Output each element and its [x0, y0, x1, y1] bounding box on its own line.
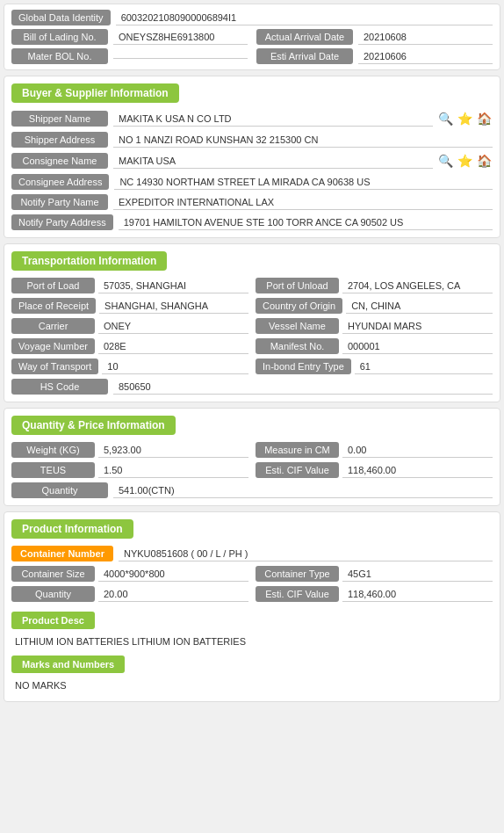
- notify-party-name-value: EXPEDITOR INTERNATIONAL LAX: [113, 195, 493, 210]
- measure-in-cm-value: 0.00: [342, 443, 493, 458]
- home-icon[interactable]: 🏠: [475, 110, 493, 127]
- port-row: Port of Load 57035, SHANGHAI Port of Unl…: [11, 278, 493, 293]
- shipper-name-value: MAKITA K USA N CO LTD: [113, 112, 433, 127]
- consignee-address-value: NC 14930 NORTHAM STREET LA MIRADA CA 906…: [114, 175, 493, 190]
- bill-of-lading-pair: Bill of Lading No. ONEYSZ8HE6913800: [11, 29, 248, 45]
- product-desc-text: LITHIUM ION BATTERIES LITHIUM ION BATTER…: [11, 633, 493, 650]
- consignee-address-row: Consignee Address NC 14930 NORTHAM STREE…: [11, 174, 493, 190]
- carrier-vessel-row: Carrier ONEY Vessel Name HYUNDAI MARS: [11, 318, 493, 334]
- container-size-type-row: Container Size 4000*900*800 Container Ty…: [11, 566, 493, 582]
- port-of-unload-label: Port of Unload: [256, 278, 339, 293]
- bill-of-lading-label: Bill of Lading No.: [11, 29, 108, 45]
- manifest-no-col: Manifest No. 000001: [256, 338, 493, 354]
- weight-measure-row: Weight (KG) 5,923.00 Measure in CM 0.00: [11, 442, 493, 458]
- shipper-name-icons: 🔍 ⭐ 🏠: [436, 110, 493, 127]
- container-type-label: Container Type: [256, 566, 339, 582]
- mater-bol-row: Mater BOL No. Esti Arrival Date 20210606: [11, 48, 493, 64]
- way-of-transport-value: 10: [102, 359, 248, 374]
- quantity-price-title: Quantity & Price Information: [11, 416, 176, 435]
- notify-party-address-row: Notify Party Address 19701 HAMILTON AVEN…: [11, 214, 493, 230]
- way-of-transport-col: Way of Transport 10: [11, 359, 248, 374]
- vessel-name-value: HYUNDAI MARS: [342, 319, 493, 334]
- esti-arrival-date-value: 20210606: [358, 49, 493, 64]
- port-load-col: Port of Load 57035, SHANGHAI: [11, 278, 248, 293]
- container-size-label: Container Size: [11, 566, 95, 582]
- port-unload-col: Port of Unload 2704, LOS ANGELES, CA: [256, 278, 493, 293]
- product-esti-cif-col: Esti. CIF Value 118,460.00: [256, 586, 493, 602]
- country-of-origin-value: CN, CHINA: [346, 299, 493, 314]
- container-number-button[interactable]: Container Number: [11, 546, 113, 561]
- consignee-search-icon[interactable]: 🔍: [436, 152, 454, 170]
- shipper-address-label: Shipper Address: [11, 132, 108, 148]
- teus-label: TEUS: [11, 462, 95, 478]
- consignee-name-row: Consignee Name MAKITA USA 🔍 ⭐ 🏠: [11, 152, 493, 170]
- product-quantity-col: Quantity 20.00: [11, 586, 248, 602]
- search-icon[interactable]: 🔍: [436, 110, 454, 127]
- actual-arrival-date-value: 20210608: [358, 30, 493, 45]
- notify-party-name-label: Notify Party Name: [11, 194, 108, 210]
- carrier-label: Carrier: [11, 318, 95, 334]
- vessel-name-col: Vessel Name HYUNDAI MARS: [256, 318, 493, 334]
- shipper-address-row: Shipper Address NO 1 NANZI ROAD KUNSHAN …: [11, 132, 493, 148]
- container-number-row: Container Number NYKU0851608 ( 00 / L / …: [11, 546, 493, 561]
- esti-cif-label: Esti. CIF Value: [256, 462, 339, 478]
- notify-party-address-value: 19701 HAMILTON AVENUE STE 100 TORR ANCE …: [119, 215, 493, 230]
- place-of-receipt-label: Place of Receipt: [11, 298, 96, 314]
- star-icon[interactable]: ⭐: [456, 110, 473, 127]
- esti-arrival-date-label: Esti Arrival Date: [256, 48, 353, 64]
- actual-arrival-date-label: Actual Arrival Date: [256, 29, 353, 45]
- manifest-no-label: Manifest No.: [256, 338, 339, 354]
- port-of-load-label: Port of Load: [11, 278, 95, 293]
- mater-bol-label: Mater BOL No.: [11, 48, 108, 64]
- shipper-address-value: NO 1 NANZI ROAD KUNSHAN 32 215300 CN: [113, 133, 493, 148]
- product-desc-button[interactable]: Product Desc: [11, 612, 95, 629]
- hs-code-row: HS Code 850650: [11, 379, 493, 395]
- actual-arrival-date-pair: Actual Arrival Date 20210608: [256, 29, 493, 45]
- product-qty-cif-row: Quantity 20.00 Esti. CIF Value 118,460.0…: [11, 586, 493, 602]
- weight-kg-col: Weight (KG) 5,923.00: [11, 442, 248, 458]
- country-of-origin-label: Country of Origin: [256, 298, 342, 314]
- consignee-name-label: Consignee Name: [11, 153, 108, 169]
- esti-cif-value: 118,460.00: [342, 463, 493, 478]
- mater-bol-value: [113, 54, 248, 59]
- notify-party-name-row: Notify Party Name EXPEDITOR INTERNATIONA…: [11, 194, 493, 210]
- container-type-value: 45G1: [342, 567, 493, 582]
- header-section: Global Data Identity 6003202108090000689…: [4, 4, 500, 70]
- product-esti-cif-label: Esti. CIF Value: [256, 586, 339, 602]
- quantity-price-section: Quantity & Price Information Weight (KG)…: [4, 408, 500, 506]
- consignee-home-icon[interactable]: 🏠: [475, 152, 493, 170]
- in-bond-entry-type-label: In-bond Entry Type: [256, 359, 351, 374]
- quantity-row: Quantity 541.00(CTN): [11, 482, 493, 498]
- bill-of-lading-value: ONEYSZ8HE6913800: [113, 30, 248, 45]
- notify-party-address-label: Notify Party Address: [11, 214, 113, 230]
- container-type-col: Container Type 45G1: [256, 566, 493, 582]
- place-of-receipt-col: Place of Receipt SHANGHAI, SHANGHA: [11, 298, 248, 314]
- product-quantity-value: 20.00: [98, 587, 248, 602]
- consignee-star-icon[interactable]: ⭐: [456, 152, 473, 170]
- way-of-transport-label: Way of Transport: [11, 359, 98, 374]
- transportation-title: Transportation Information: [11, 251, 167, 271]
- marks-and-numbers-button[interactable]: Marks and Numbers: [11, 656, 125, 673]
- container-size-col: Container Size 4000*900*800: [11, 566, 248, 582]
- container-number-value: NYKU0851608 ( 00 / L / PH ): [119, 547, 493, 561]
- carrier-col: Carrier ONEY: [11, 318, 248, 334]
- page: Global Data Identity 6003202108090000689…: [0, 0, 504, 711]
- transportation-section: Transportation Information Port of Load …: [4, 243, 500, 402]
- port-of-load-value: 57035, SHANGHAI: [98, 279, 248, 293]
- place-of-receipt-value: SHANGHAI, SHANGHA: [99, 299, 248, 314]
- consignee-name-icons: 🔍 ⭐ 🏠: [436, 152, 493, 170]
- voyage-number-col: Voyage Number 028E: [11, 338, 248, 354]
- measure-in-cm-col: Measure in CM 0.00: [256, 442, 493, 458]
- consignee-name-value: MAKITA USA: [113, 154, 433, 169]
- hs-code-label: HS Code: [11, 379, 108, 395]
- quantity-label: Quantity: [11, 482, 108, 498]
- teus-col: TEUS 1.50: [11, 462, 248, 478]
- transport-inbond-row: Way of Transport 10 In-bond Entry Type 6…: [11, 359, 493, 374]
- country-of-origin-col: Country of Origin CN, CHINA: [256, 298, 493, 314]
- consignee-address-label: Consignee Address: [11, 174, 109, 190]
- container-size-value: 4000*900*800: [98, 567, 248, 582]
- bill-of-lading-row: Bill of Lading No. ONEYSZ8HE6913800 Actu…: [11, 29, 493, 45]
- quantity-value: 541.00(CTN): [113, 483, 493, 498]
- voyage-manifest-row: Voyage Number 028E Manifest No. 000001: [11, 338, 493, 354]
- teus-cif-row: TEUS 1.50 Esti. CIF Value 118,460.00: [11, 462, 493, 478]
